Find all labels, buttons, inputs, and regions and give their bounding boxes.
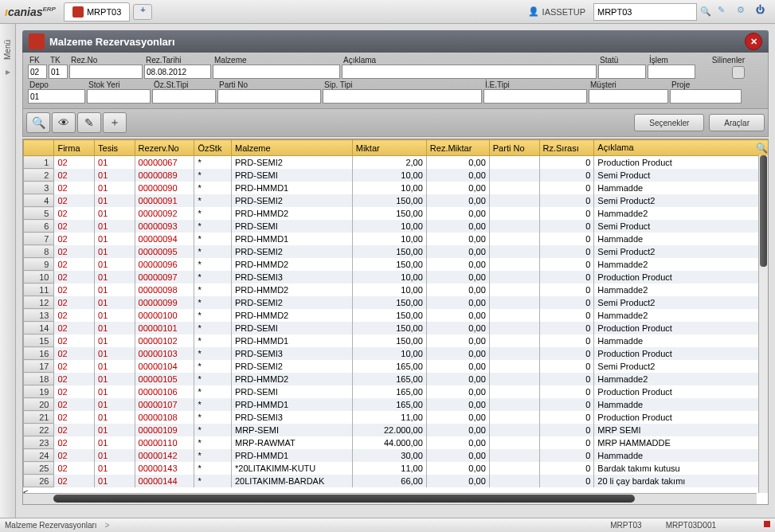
table-row[interactable]: 9020100000096*PRD-HMMD2150,000,000Hammad… xyxy=(24,258,769,271)
table-row[interactable]: 7020100000094*PRD-HMMD110,000,000Hammadd… xyxy=(24,233,769,245)
horizontal-scrollbar[interactable] xyxy=(23,493,757,504)
silinenler-checkbox[interactable] xyxy=(732,66,745,79)
vertical-scrollbar[interactable] xyxy=(758,155,768,493)
tk-input[interactable] xyxy=(49,65,68,79)
cell-rezmiktar: 0,00 xyxy=(426,398,489,411)
proje-input[interactable] xyxy=(670,89,742,104)
statu-input[interactable] xyxy=(598,65,646,79)
col-rezmiktar[interactable]: Rez.Miktar xyxy=(426,140,489,156)
options-button[interactable]: Seçenekler xyxy=(634,114,704,131)
col-rezervno[interactable]: Rezerv.No xyxy=(135,140,194,156)
tab-mrpt03[interactable]: MRPT03 xyxy=(64,2,130,22)
cell-rezervno: 00000090 xyxy=(135,182,194,194)
cell-firma: 02 xyxy=(54,322,95,334)
reztarihi-input[interactable] xyxy=(144,65,211,79)
table-row[interactable]: 23020100000110*MRP-RAWMAT44.000,000,000M… xyxy=(24,436,769,449)
table-row[interactable]: 8020100000095*PRD-SEMI2150,000,000Semi P… xyxy=(24,245,769,258)
depo-input[interactable] xyxy=(28,89,85,104)
expand-arrow-icon[interactable]: ▸ xyxy=(6,66,10,77)
cell-partino xyxy=(489,424,539,436)
table-row[interactable]: 19020100000106*PRD-SEMI165,000,000Produc… xyxy=(24,385,769,398)
cell-rownum: 13 xyxy=(24,309,54,322)
siptipi-input[interactable] xyxy=(323,89,482,104)
cell-partino xyxy=(489,245,539,258)
cell-miktar: 22.000,00 xyxy=(352,424,426,436)
fk-input[interactable] xyxy=(28,65,47,79)
edit-button[interactable]: ✎ xyxy=(77,112,101,133)
table-row[interactable]: 1020100000067*PRD-SEMI22,000,000Producti… xyxy=(24,156,769,169)
table-row[interactable]: 26020100000144*20LITAKIMM-BARDAK66,000,0… xyxy=(24,475,769,487)
cell-rezmiktar: 0,00 xyxy=(426,296,489,309)
cell-miktar: 10,00 xyxy=(352,233,426,245)
tools-button[interactable]: Araçlar xyxy=(709,114,765,131)
table-row[interactable]: 18020100000105*PRD-HMMD2165,000,000Hamma… xyxy=(24,373,769,385)
global-search-input[interactable] xyxy=(593,3,697,21)
cell-rzsirasi: 0 xyxy=(539,156,594,169)
col-miktar[interactable]: Miktar xyxy=(352,140,426,156)
cell-rownum: 23 xyxy=(24,436,54,449)
col-partino[interactable]: Parti No xyxy=(489,140,539,156)
cell-malzeme: MRP-SEMI xyxy=(232,424,353,436)
cell-malzeme: PRD-SEMI xyxy=(232,385,353,398)
aciklama-input[interactable] xyxy=(342,65,597,79)
col-rownum[interactable] xyxy=(24,140,54,156)
table-row[interactable]: 20020100000107*PRD-HMMD1165,000,000Hamma… xyxy=(24,398,769,411)
cell-malzeme: PRD-SEMI2 xyxy=(232,360,353,373)
partino-input[interactable] xyxy=(217,89,321,104)
tab-new-button[interactable]: + xyxy=(133,4,152,20)
cell-ozstk: * xyxy=(194,347,232,360)
ozsttipi-input[interactable] xyxy=(152,89,216,104)
table-row[interactable]: 17020100000104*PRD-SEMI2165,000,000Semi … xyxy=(24,360,769,373)
table-row[interactable]: 21020100000108*PRD-SEMI311,000,000Produc… xyxy=(24,411,769,424)
table-row[interactable]: 15020100000102*PRD-HMMD1150,000,000Hamma… xyxy=(24,334,769,347)
musteri-input[interactable] xyxy=(589,89,668,104)
cell-malzeme: PRD-SEMI2 xyxy=(232,245,353,258)
rezno-input[interactable] xyxy=(69,65,143,79)
fk-label: FK xyxy=(28,56,47,65)
tool-icon[interactable]: ⚙ xyxy=(737,5,751,19)
cell-firma: 02 xyxy=(54,182,95,194)
cell-firma: 02 xyxy=(54,296,95,309)
view-button[interactable]: 👁 xyxy=(52,112,76,133)
window-close-button[interactable]: ✕ xyxy=(745,33,762,50)
cell-rzsirasi: 0 xyxy=(539,258,594,271)
cell-firma: 02 xyxy=(54,258,95,271)
islem-input[interactable] xyxy=(648,65,695,79)
table-row[interactable]: 14020100000101*PRD-SEMI150,000,000Produc… xyxy=(24,322,769,334)
table-row[interactable]: 10020100000097*PRD-SEMI310,000,000Produc… xyxy=(24,271,769,284)
power-icon[interactable]: ⏻ xyxy=(756,5,770,19)
col-ozstk[interactable]: ÖzStk xyxy=(194,140,232,156)
col-tesis[interactable]: Tesis xyxy=(95,140,135,156)
cell-rzsirasi: 0 xyxy=(539,296,594,309)
table-row[interactable]: 22020100000109*MRP-SEMI22.000,000,000MRP… xyxy=(24,424,769,436)
table-row[interactable]: 6020100000093*PRD-SEMI10,000,000Semi Pro… xyxy=(24,220,769,233)
ietipi-input[interactable] xyxy=(483,89,587,104)
table-row[interactable]: 12020100000099*PRD-SEMI2150,000,000Semi … xyxy=(24,296,769,309)
col-firma[interactable]: Firma xyxy=(54,140,95,156)
search-icon[interactable]: 🔍 xyxy=(756,143,768,154)
side-menu-panel[interactable]: Menü ▸ xyxy=(0,24,16,518)
table-row[interactable]: 25020100000143**20LITAKIMM-KUTU11,000,00… xyxy=(24,462,769,475)
table-row[interactable]: 4020100000091*PRD-SEMI2150,000,000Semi P… xyxy=(24,194,769,207)
table-row[interactable]: 3020100000090*PRD-HMMD110,000,000Hammadd… xyxy=(24,182,769,194)
col-aciklama[interactable]: Açıklama🔍 xyxy=(594,140,769,156)
search-icon[interactable]: 🔍 xyxy=(700,6,711,17)
scrollbar-thumb[interactable] xyxy=(53,495,635,503)
table-row[interactable]: 13020100000100*PRD-HMMD2150,000,000Hamma… xyxy=(24,309,769,322)
col-malzeme[interactable]: Malzeme xyxy=(232,140,353,156)
col-rzsirasi[interactable]: Rz.Sırası xyxy=(539,140,594,156)
cell-firma: 02 xyxy=(54,462,95,475)
table-row[interactable]: 2020100000089*PRD-SEMI10,000,000Semi Pro… xyxy=(24,169,769,182)
table-row[interactable]: 5020100000092*PRD-HMMD2150,000,000Hammad… xyxy=(24,207,769,220)
malzeme-input[interactable] xyxy=(213,65,340,79)
cell-malzeme: PRD-SEMI3 xyxy=(232,411,353,424)
draw-icon[interactable]: ✎ xyxy=(718,5,732,19)
cell-rownum: 11 xyxy=(24,284,54,296)
table-row[interactable]: 24020100000142*PRD-HMMD130,000,000Hammad… xyxy=(24,449,769,462)
search-filter-button[interactable]: 🔍 xyxy=(26,112,50,133)
table-row[interactable]: 11020100000098*PRD-HMMD210,000,000Hammad… xyxy=(24,284,769,296)
scrollbar-thumb[interactable] xyxy=(760,155,767,267)
add-button[interactable]: ＋ xyxy=(103,112,127,133)
stokyeri-input[interactable] xyxy=(87,89,151,104)
table-row[interactable]: 16020100000103*PRD-SEMI310,000,000Produc… xyxy=(24,347,769,360)
